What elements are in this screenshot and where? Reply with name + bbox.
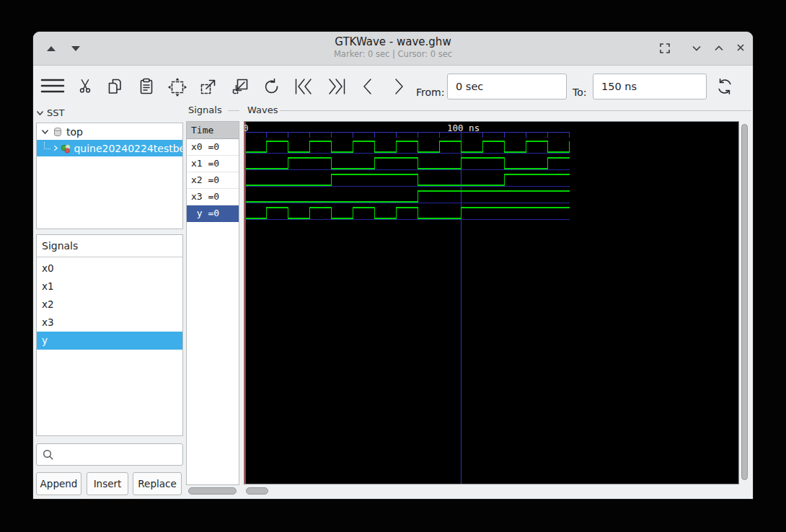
waves-frame-label: Waves: [245, 105, 280, 115]
gtkwave-window: GTKWave - wave.ghw Marker: 0 sec | Curso…: [33, 32, 753, 499]
ruler-start-label: 0: [244, 123, 249, 133]
minimize-icon[interactable]: [691, 44, 704, 57]
to-input[interactable]: [593, 74, 707, 99]
value-row-x0[interactable]: x0 =0: [187, 139, 239, 156]
cut-icon[interactable]: [77, 77, 93, 94]
values-hscrollbar-thumb[interactable]: [188, 487, 237, 495]
list-item-y[interactable]: y: [37, 332, 182, 350]
copy-icon[interactable]: [106, 77, 123, 96]
menu-icon[interactable]: [40, 76, 65, 96]
from-input[interactable]: [447, 74, 567, 99]
signals-list-panel: Signals x0 x1 x2 x3 y: [36, 234, 183, 436]
from-label: From:: [416, 87, 444, 98]
insert-button[interactable]: Insert: [87, 472, 128, 495]
list-item-x3[interactable]: x3: [37, 314, 182, 332]
replace-button[interactable]: Replace: [133, 472, 182, 495]
waveform-traces: [244, 122, 738, 484]
waves-vscrollbar-thumb[interactable]: [741, 124, 748, 480]
values-hscrollbar[interactable]: [186, 487, 239, 495]
signals-list-header: Signals: [37, 235, 182, 257]
sst-tree: top quine20240224testbench: [36, 123, 183, 229]
zoom-fit-icon[interactable]: [167, 77, 187, 97]
reload-icon[interactable]: [715, 77, 734, 96]
wave-canvas[interactable]: 0 100 ns: [244, 121, 739, 484]
zoom-out-icon[interactable]: [231, 77, 250, 96]
value-row-x2[interactable]: x2 =0: [187, 172, 239, 189]
fit-window-icon[interactable]: [658, 42, 671, 55]
toolbar: From: To:: [33, 66, 753, 106]
time-header[interactable]: Time: [187, 122, 239, 139]
skip-to-start-icon[interactable]: [293, 77, 316, 96]
keep-above-icon[interactable]: [47, 46, 56, 51]
titlebar[interactable]: GTKWave - wave.ghw Marker: 0 sec | Curso…: [33, 32, 753, 66]
waves-hscrollbar-thumb[interactable]: [246, 487, 268, 495]
title-area: GTKWave - wave.ghw Marker: 0 sec | Curso…: [177, 35, 609, 60]
tree-item-testbench[interactable]: quine20240224testbench: [37, 140, 182, 156]
to-label: To:: [573, 87, 586, 98]
window-title: GTKWave - wave.ghw: [177, 35, 609, 49]
append-button[interactable]: Append: [36, 472, 81, 495]
tree-item-label: quine20240224testbench: [74, 143, 182, 154]
step-forward-icon[interactable]: [390, 77, 407, 96]
values-frame-label: Signals: [186, 105, 224, 115]
module-icon: [61, 143, 71, 154]
expander-down-icon[interactable]: [41, 129, 49, 135]
ruler-tick-label: 100 ns: [447, 123, 480, 133]
chevron-down-icon: [36, 110, 44, 116]
signal-values-panel: Time x0 =0 x1 =0 x2 =0 x3 =0 y =0: [186, 121, 239, 485]
sst-header[interactable]: SST: [36, 107, 64, 118]
tree-guide-line: [44, 142, 50, 149]
value-row-x3[interactable]: x3 =0: [187, 189, 239, 205]
list-item-x0[interactable]: x0: [37, 260, 182, 278]
skip-to-end-icon[interactable]: [324, 77, 348, 96]
expander-right-icon[interactable]: [53, 144, 58, 152]
search-icon: [43, 449, 54, 461]
marker-cursor-status: Marker: 0 sec | Cursor: 0 sec: [177, 49, 609, 60]
undo-icon[interactable]: [262, 77, 281, 96]
value-row-y[interactable]: y =0: [187, 205, 239, 222]
waves-vscrollbar[interactable]: [741, 123, 749, 484]
step-back-icon[interactable]: [359, 77, 376, 96]
list-item-x1[interactable]: x1: [37, 278, 182, 296]
paste-icon[interactable]: [138, 77, 154, 96]
list-item-x2[interactable]: x2: [37, 296, 182, 314]
value-row-x1[interactable]: x1 =0: [187, 156, 239, 172]
waves-hscrollbar[interactable]: [244, 487, 750, 495]
maximize-icon[interactable]: [713, 44, 726, 57]
desktop: GTKWave - wave.ghw Marker: 0 sec | Curso…: [0, 0, 786, 532]
window-bottom-edge: [33, 495, 753, 499]
close-icon[interactable]: [735, 42, 748, 55]
keep-below-icon[interactable]: [71, 46, 80, 51]
tree-item-top[interactable]: top: [37, 123, 182, 140]
sst-label: SST: [47, 107, 64, 118]
zoom-in-icon[interactable]: [199, 77, 218, 96]
scope-icon: [53, 127, 63, 137]
tree-item-label: top: [66, 126, 83, 138]
signal-search-box[interactable]: [36, 443, 183, 466]
